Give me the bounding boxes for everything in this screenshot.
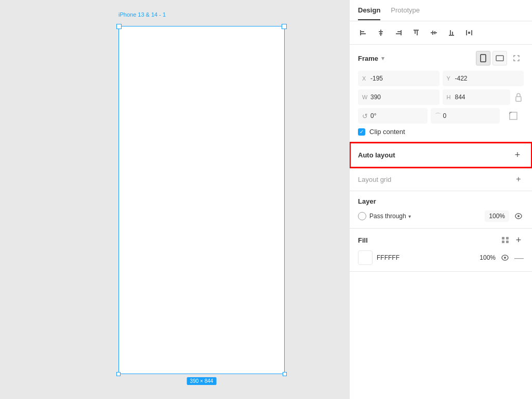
- rotation-value[interactable]: [370, 112, 423, 119]
- corner-value[interactable]: [443, 112, 496, 119]
- w-label: W: [362, 94, 368, 100]
- fill-hex-value[interactable]: FFFFFF: [377, 254, 473, 261]
- w-input[interactable]: W: [358, 89, 440, 105]
- fill-section-header: Fill +: [358, 235, 524, 245]
- svg-rect-10: [415, 31, 416, 34]
- portrait-button[interactable]: [476, 51, 490, 65]
- x-input[interactable]: X: [358, 71, 440, 86]
- layout-grid-add-button[interactable]: +: [513, 174, 524, 184]
- rotation-corner-inputs: ↺ ⌒: [358, 108, 524, 124]
- clip-content-row: ✓ Clip content: [358, 128, 524, 136]
- svg-rect-9: [414, 30, 419, 31]
- fill-row: FFFFFF 100% —: [358, 250, 524, 265]
- svg-rect-2: [361, 33, 366, 34]
- frame-dropdown-icon[interactable]: ▾: [381, 55, 384, 62]
- clip-content-checkbox[interactable]: ✓: [358, 128, 365, 136]
- svg-rect-12: [431, 32, 437, 33]
- svg-rect-17: [452, 32, 453, 35]
- svg-rect-11: [417, 31, 418, 35]
- align-right-button[interactable]: [391, 25, 406, 40]
- align-top-button[interactable]: [409, 25, 423, 40]
- resize-icon[interactable]: [509, 51, 524, 65]
- svg-rect-0: [360, 30, 361, 35]
- svg-rect-23: [516, 97, 521, 101]
- auto-layout-section: Auto layout +: [350, 142, 532, 168]
- svg-rect-5: [379, 33, 382, 34]
- corner-input[interactable]: ⌒: [431, 108, 500, 124]
- frame-box[interactable]: 390 × 844: [118, 26, 285, 374]
- y-value[interactable]: [455, 75, 520, 82]
- align-left-button[interactable]: [356, 25, 370, 40]
- align-toolbar: [350, 21, 532, 45]
- frame-orient-buttons: [476, 51, 524, 65]
- layout-grid-title: Layout grid: [358, 176, 391, 183]
- w-value[interactable]: [370, 94, 435, 101]
- fill-opacity-value[interactable]: 100%: [477, 254, 496, 261]
- svg-rect-21: [481, 55, 486, 62]
- svg-rect-14: [434, 31, 435, 34]
- corner-individual-icon[interactable]: [503, 111, 524, 121]
- fill-remove-button[interactable]: —: [514, 252, 524, 263]
- distribute-button[interactable]: [462, 25, 476, 40]
- fill-title: Fill: [358, 236, 368, 244]
- auto-layout-add-button[interactable]: +: [511, 149, 524, 161]
- blend-mode-icon: [358, 212, 366, 220]
- blend-mode-select[interactable]: Pass through ▾: [369, 212, 411, 220]
- canvas: iPhone 13 & 14 - 1 390 × 844: [0, 0, 349, 399]
- frame-title: Frame ▾: [358, 55, 384, 62]
- svg-rect-16: [450, 30, 451, 35]
- h-label: H: [447, 94, 453, 100]
- svg-rect-20: [468, 32, 470, 34]
- fill-style-icon[interactable]: [502, 237, 509, 243]
- fill-section: Fill + FFFFFF 100% —: [350, 229, 532, 272]
- y-input[interactable]: Y: [443, 71, 524, 86]
- fill-actions: +: [502, 235, 524, 245]
- layer-opacity[interactable]: 100%: [485, 210, 509, 222]
- lock-ratio-icon[interactable]: [513, 92, 524, 102]
- layer-section-header: Layer: [358, 197, 524, 205]
- layer-row: Pass through ▾ 100%: [358, 210, 524, 222]
- layer-title: Layer: [358, 197, 376, 205]
- svg-rect-13: [432, 31, 433, 35]
- x-value[interactable]: [370, 75, 435, 82]
- corner-icon: ⌒: [435, 112, 441, 121]
- xy-inputs: X Y: [358, 71, 524, 86]
- layout-grid-section: Layout grid +: [350, 168, 532, 191]
- align-bottom-button[interactable]: [444, 25, 459, 40]
- blend-mode-chevron: ▾: [408, 214, 411, 219]
- svg-rect-6: [401, 30, 402, 35]
- rotation-icon: ↺: [362, 112, 368, 120]
- svg-rect-18: [466, 30, 467, 35]
- svg-rect-15: [449, 35, 454, 36]
- svg-rect-22: [496, 56, 503, 61]
- layer-visibility-button[interactable]: [513, 211, 524, 221]
- fill-add-button[interactable]: +: [513, 235, 524, 245]
- panel-tabs: Design Prototype: [350, 0, 532, 21]
- h-input[interactable]: H: [443, 89, 511, 105]
- frame-label: iPhone 13 & 14 - 1: [118, 11, 166, 18]
- y-label: Y: [447, 75, 453, 82]
- svg-rect-7: [397, 31, 401, 32]
- landscape-button[interactable]: [493, 51, 507, 65]
- fill-visibility-button[interactable]: [500, 252, 510, 263]
- align-center-v-button[interactable]: [427, 25, 441, 40]
- svg-rect-24: [510, 112, 517, 119]
- svg-rect-19: [471, 30, 472, 35]
- svg-point-28: [504, 257, 506, 259]
- tab-design[interactable]: Design: [358, 6, 380, 20]
- auto-layout-title: Auto layout: [358, 151, 395, 159]
- align-center-h-button[interactable]: [374, 25, 388, 40]
- rotation-input[interactable]: ↺: [358, 108, 428, 124]
- blend-mode-value: Pass through: [369, 212, 406, 220]
- svg-rect-1: [361, 31, 364, 32]
- fill-swatch[interactable]: [358, 250, 373, 265]
- layer-section: Layer Pass through ▾ 100%: [350, 191, 532, 229]
- svg-rect-3: [380, 30, 381, 36]
- blend-mode-group: Pass through ▾: [358, 212, 481, 220]
- frame-section: Frame ▾ X: [350, 45, 532, 142]
- checkbox-check-icon: ✓: [360, 129, 364, 135]
- h-value[interactable]: [455, 94, 507, 101]
- tab-prototype[interactable]: Prototype: [391, 6, 420, 20]
- right-panel: Design Prototype: [349, 0, 532, 399]
- clip-content-label: Clip content: [369, 128, 405, 136]
